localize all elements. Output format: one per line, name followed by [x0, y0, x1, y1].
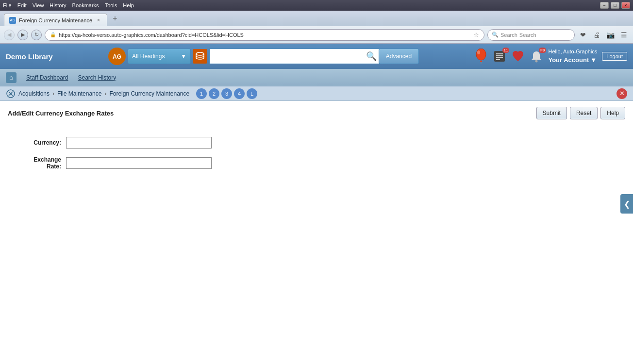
bell-badge: F9 — [539, 48, 546, 53]
browser-search-box[interactable]: 🔍 Search Search — [487, 29, 575, 41]
tab-favicon: AG — [9, 17, 16, 24]
list-badge: 11 — [502, 48, 510, 53]
security-icon: 🔒 — [50, 32, 56, 37]
database-icon[interactable] — [193, 49, 207, 64]
search-go-button[interactable]: 🔍 — [366, 51, 377, 62]
close-button[interactable]: ✕ — [616, 88, 627, 99]
address-box[interactable]: 🔒 https://qa-hcols-verso.auto-graphics.c… — [45, 29, 484, 41]
svg-line-17 — [9, 94, 10, 96]
svg-point-7 — [477, 50, 480, 54]
home-button[interactable]: ⌂ — [6, 72, 17, 83]
menu-tools[interactable]: Tools — [105, 2, 117, 8]
tab-close-button[interactable]: × — [95, 17, 102, 24]
notifications-icon-button[interactable]: F9 — [530, 50, 543, 63]
forward-button[interactable]: ▶ — [17, 30, 28, 40]
app-body: Demo Library AG All Headings ▼ — [0, 44, 633, 364]
breadcrumb-bar: Acquisitions › File Maintenance › Foreig… — [0, 86, 633, 101]
pagination: 1 2 3 4 L — [196, 88, 257, 99]
menu-icon[interactable]: ☰ — [618, 30, 629, 40]
breadcrumb-file-maintenance[interactable]: File Maintenance — [57, 90, 101, 97]
page-1-button[interactable]: 1 — [196, 88, 207, 99]
app-nav: ⌂ Staff Dashboard Search History — [0, 69, 633, 86]
headings-dropdown[interactable]: All Headings ▼ — [128, 49, 191, 64]
svg-point-2 — [196, 52, 204, 55]
pocket-icon[interactable]: ❤ — [578, 30, 588, 40]
help-button[interactable]: Help — [600, 107, 625, 119]
page-4-button[interactable]: 4 — [234, 88, 245, 99]
content-header: Add/Edit Currency Exchange Rates Submit … — [8, 107, 625, 119]
bookmark-star-icon[interactable]: ☆ — [473, 31, 479, 38]
toolbar-icons: ❤ 🖨 📷 ☰ — [578, 30, 629, 40]
window-controls: − □ × — [600, 2, 630, 9]
address-url: https://qa-hcols-verso.auto-graphics.com… — [59, 32, 470, 38]
user-greeting: Hello, Auto-Graphics — [548, 48, 597, 55]
user-account-link[interactable]: Your Account ▼ — [548, 56, 597, 65]
tab-title: Foreign Currency Maintenance — [19, 17, 92, 23]
user-section: Hello, Auto-Graphics Your Account ▼ — [548, 48, 597, 65]
submit-button[interactable]: Submit — [536, 107, 567, 119]
search-icon: 🔍 — [492, 32, 499, 38]
exchange-rate-input[interactable] — [66, 157, 212, 169]
sidebar-toggle-button[interactable]: ❮ — [620, 194, 633, 214]
page-l-button[interactable]: L — [247, 88, 257, 99]
menu-bar: File Edit View History Bookmarks Tools H… — [3, 2, 134, 8]
menu-view[interactable]: View — [33, 2, 44, 8]
form-section: Currency: ExchangeRate: — [8, 129, 625, 170]
close-button[interactable]: × — [621, 2, 630, 9]
reset-button[interactable]: Reset — [570, 107, 598, 119]
breadcrumb-icon — [6, 89, 16, 99]
search-placeholder: Search — [500, 32, 517, 38]
tab-bar: AG Foreign Currency Maintenance × + — [0, 11, 633, 26]
content-actions: Submit Reset Help — [536, 107, 625, 119]
maximize-button[interactable]: □ — [611, 2, 619, 9]
print-icon[interactable]: 🖨 — [591, 30, 602, 40]
minimize-button[interactable]: − — [600, 2, 609, 9]
dropdown-arrow-icon: ▼ — [181, 53, 186, 60]
svg-line-15 — [9, 92, 10, 93]
page-2-button[interactable]: 2 — [209, 88, 219, 99]
currency-input[interactable] — [66, 137, 212, 149]
currency-label: Currency: — [17, 139, 66, 146]
reload-button[interactable]: ↻ — [31, 30, 42, 40]
menu-file[interactable]: File — [3, 2, 12, 8]
main-content: Add/Edit Currency Exchange Rates Submit … — [0, 101, 633, 364]
app-header: Demo Library AG All Headings ▼ — [0, 44, 633, 69]
menu-help[interactable]: Help — [123, 2, 134, 8]
screenshot-icon[interactable]: 📷 — [605, 30, 616, 40]
svg-line-18 — [11, 94, 13, 96]
breadcrumb-sep-2: › — [104, 90, 106, 97]
svg-marker-5 — [480, 60, 483, 62]
currency-row: Currency: — [17, 137, 625, 149]
header-icons: 11 F9 Hello, Auto-Graphics You — [474, 48, 627, 65]
menu-bookmarks[interactable]: Bookmarks — [72, 2, 99, 8]
list-icon-button[interactable]: 11 — [493, 50, 506, 63]
active-tab[interactable]: AG Foreign Currency Maintenance × — [4, 14, 107, 26]
exchange-rate-row: ExchangeRate: — [17, 156, 625, 170]
staff-dashboard-link[interactable]: Staff Dashboard — [26, 74, 68, 81]
address-bar: ◀ ▶ ↻ 🔒 https://qa-hcols-verso.auto-grap… — [0, 26, 633, 44]
advanced-search-button[interactable]: Advanced — [379, 49, 419, 64]
account-dropdown-icon: ▼ — [590, 56, 597, 65]
browser-titlebar: File Edit View History Bookmarks Tools H… — [0, 0, 633, 11]
svg-text:AG: AG — [113, 53, 121, 60]
new-tab-button[interactable]: + — [109, 13, 121, 24]
menu-history[interactable]: History — [50, 2, 66, 8]
app-logo: Demo Library — [6, 52, 53, 61]
breadcrumb-page-title: Foreign Currency Maintenance — [109, 90, 189, 97]
logout-button[interactable]: Logout — [602, 52, 627, 61]
menu-edit[interactable]: Edit — [17, 2, 27, 8]
page-3-button[interactable]: 3 — [221, 88, 232, 99]
balloon-icon-button[interactable] — [474, 49, 488, 64]
svg-line-16 — [11, 92, 13, 93]
search-bar: AG All Headings ▼ 🔍 Advanced — [108, 48, 419, 65]
svg-point-19 — [10, 93, 12, 95]
exchange-rate-label: ExchangeRate: — [17, 156, 66, 170]
favorites-icon-button[interactable] — [511, 50, 525, 63]
section-title: Add/Edit Currency Exchange Rates — [8, 110, 114, 117]
breadcrumb-acquisitions[interactable]: Acquisitions — [18, 90, 50, 97]
search-history-link[interactable]: Search History — [78, 74, 117, 81]
main-search-input[interactable] — [209, 49, 380, 64]
back-button[interactable]: ◀ — [4, 30, 15, 40]
svg-point-13 — [535, 60, 538, 62]
headings-label: All Headings — [132, 53, 165, 60]
